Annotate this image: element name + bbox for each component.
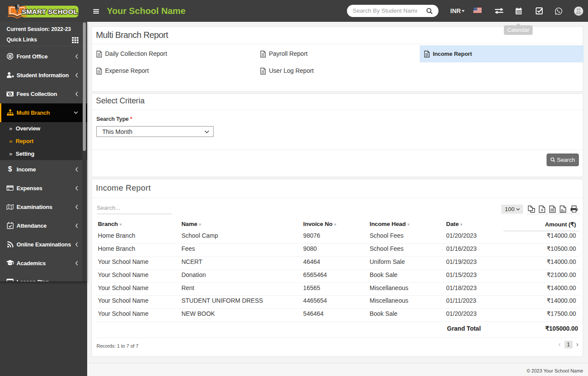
svg-text:SMART SCHOOL: SMART SCHOOL [22,8,78,15]
svg-text:x: x [541,208,543,212]
svg-text:S: S [9,92,11,96]
